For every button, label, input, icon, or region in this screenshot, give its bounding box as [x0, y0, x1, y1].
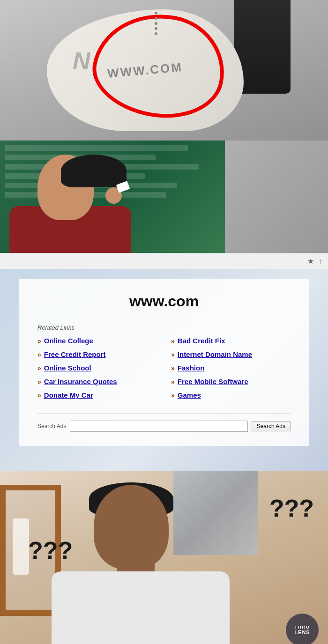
related-links-header: Related Links [37, 324, 291, 331]
chevron-icon: » [171, 337, 175, 345]
wwwcom-background: www.com Related Links » Online College »… [0, 269, 328, 471]
man-head [37, 155, 94, 220]
list-item: » Online College [37, 337, 157, 345]
share-icon[interactable]: ↑ [319, 257, 322, 266]
chevron-icon: » [37, 351, 41, 358]
link-bad-credit-fix[interactable]: Bad Credit Fix [178, 337, 225, 345]
search-ads-label: Search Ads [37, 423, 66, 429]
link-online-college[interactable]: Online College [44, 337, 93, 345]
list-item: » Games [171, 391, 291, 399]
link-online-school[interactable]: Online School [44, 364, 91, 372]
man-figure [9, 150, 131, 253]
list-item: » Free Credit Report [37, 350, 157, 358]
link-free-mobile-software[interactable]: Free Mobile Software [178, 378, 248, 385]
list-item: » Internet Domain Name [171, 350, 291, 358]
list-item: » Donate My Car [37, 391, 157, 399]
chevron-icon: » [171, 364, 175, 372]
man-hair [61, 155, 127, 187]
sneaker-section: WWW.COM N [0, 0, 328, 253]
thru-lens-line2: LENS [294, 629, 310, 635]
search-ads-input[interactable] [70, 421, 247, 432]
chevron-icon: » [37, 378, 41, 385]
question-marks-left: ??? [28, 536, 73, 564]
confused-background: ??? ??? THRU LENS [0, 471, 328, 644]
wwwcom-card: www.com Related Links » Online College »… [19, 279, 309, 446]
person-head [94, 485, 169, 569]
link-fashion[interactable]: Fashion [178, 364, 205, 372]
search-ads-row: Search Ads Search Ads [37, 413, 291, 432]
chevron-icon: » [171, 351, 175, 358]
chevron-icon: » [37, 392, 41, 399]
list-item: » Online School [37, 364, 157, 372]
list-item: » Car Insurance Quotes [37, 378, 157, 385]
link-internet-domain-name[interactable]: Internet Domain Name [178, 350, 252, 358]
search-ads-button[interactable]: Search Ads [252, 421, 291, 431]
laces-area [155, 12, 157, 35]
link-donate-my-car[interactable]: Donate My Car [44, 391, 93, 399]
links-grid: » Online College » Bad Credit Fix » Free… [37, 337, 291, 399]
list-item: » Free Mobile Software [171, 378, 291, 385]
chevron-icon: » [37, 337, 41, 345]
thru-lens-watermark: THRU LENS [286, 614, 319, 644]
nb-logo: N [73, 47, 90, 75]
link-free-credit-report[interactable]: Free Credit Report [44, 350, 106, 358]
right-grey-area [225, 141, 328, 253]
list-item: » Bad Credit Fix [171, 337, 291, 345]
link-car-insurance-quotes[interactable]: Car Insurance Quotes [44, 378, 117, 385]
wwwcom-title: www.com [37, 293, 291, 310]
browser-toolbar: ★ ↑ [0, 253, 328, 269]
chevron-icon: » [37, 364, 41, 372]
person-shirt [52, 571, 230, 644]
chevron-icon: » [171, 378, 175, 385]
list-item: » Fashion [171, 364, 291, 372]
confused-section: ??? ??? THRU LENS [0, 471, 328, 644]
chevron-icon: » [171, 392, 175, 399]
thru-lens-line1: THRU [295, 625, 310, 629]
question-marks-right: ??? [269, 494, 314, 522]
link-games[interactable]: Games [178, 391, 201, 399]
bookmark-icon[interactable]: ★ [307, 257, 314, 266]
